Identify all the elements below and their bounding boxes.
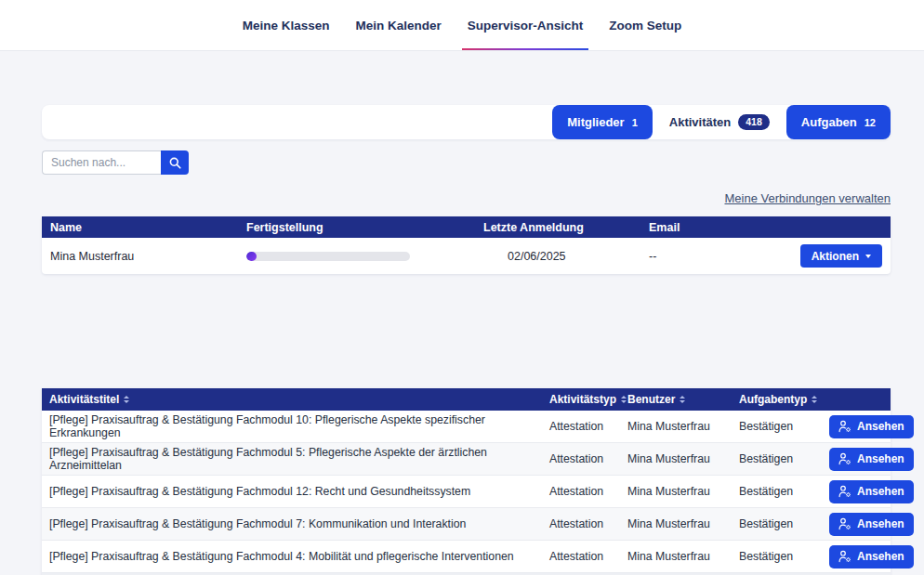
user-gear-icon: [838, 550, 851, 563]
members-table-header: Name Fertigstellung Letzte Anmeldung Ema…: [42, 216, 891, 238]
activity-row: [Pflege] Praxisauftrag & Bestätigung Fac…: [42, 476, 891, 508]
activities-table-body: [Pflege] Praxisauftrag & Bestätigung Fac…: [42, 411, 891, 573]
activity-user: Mina Musterfrau: [620, 550, 732, 563]
activity-user: Mina Musterfrau: [620, 485, 732, 498]
activities-header-typ[interactable]: Aktivitätstyp: [542, 393, 620, 406]
activities-table: Aktivitätstitel Aktivitätstyp Benutzer A…: [42, 388, 891, 575]
nav-item-meine-klassen[interactable]: Meine Klassen: [239, 0, 334, 50]
activity-type: Attestation: [542, 550, 620, 563]
ansehen-button-label: Ansehen: [857, 550, 904, 563]
ansehen-button[interactable]: Ansehen: [829, 415, 914, 438]
member-actions-button[interactable]: Aktionen: [800, 244, 882, 268]
top-header: Meine Klassen Mein Kalender Supervisor-A…: [0, 0, 924, 51]
activity-row: [Pflege] Praxisauftrag & Bestätigung Fac…: [42, 508, 891, 541]
tab-aufgaben-label: Aufgaben: [801, 115, 857, 129]
members-header-name: Name: [42, 221, 238, 234]
activity-task-type: Bestätigen: [732, 550, 822, 563]
activity-title: [Pflege] Praxisauftrag & Bestätigung Fac…: [42, 413, 542, 439]
sort-icon: [812, 396, 817, 403]
ansehen-button[interactable]: Ansehen: [829, 513, 914, 536]
activities-header-typ-label: Aktivitätstyp: [549, 393, 616, 406]
members-header-letzte-anmeldung: Letzte Anmeldung: [475, 221, 640, 234]
main-nav: Meine Klassen Mein Kalender Supervisor-A…: [239, 0, 686, 50]
member-last-login: 02/06/2025: [475, 250, 640, 263]
activity-task-type: Bestätigen: [732, 452, 822, 465]
ansehen-button-label: Ansehen: [857, 517, 904, 530]
members-table: Name Fertigstellung Letzte Anmeldung Ema…: [42, 216, 891, 274]
activity-row: [Pflege] Praxisauftrag & Bestätigung Fac…: [42, 541, 891, 573]
chevron-down-icon: [865, 255, 871, 258]
activity-title: [Pflege] Praxisauftrag & Bestätigung Fac…: [42, 485, 542, 498]
progress-bar: [246, 252, 410, 261]
search-button[interactable]: [161, 150, 189, 175]
member-email: --: [640, 250, 747, 263]
activity-task-type: Bestätigen: [732, 420, 822, 433]
user-gear-icon: [838, 452, 851, 465]
activities-table-header: Aktivitätstitel Aktivitätstyp Benutzer A…: [42, 388, 891, 411]
activity-type: Attestation: [542, 485, 620, 498]
ansehen-button-label: Ansehen: [857, 420, 904, 433]
activity-title: [Pflege] Praxisauftrag & Bestätigung Fac…: [42, 550, 542, 563]
nav-item-supervisor-ansicht[interactable]: Supervisor-Ansicht: [464, 0, 587, 50]
user-gear-icon: [838, 517, 851, 530]
activity-title: [Pflege] Praxisauftrag & Bestätigung Fac…: [42, 517, 542, 530]
progress-bar-fill: [246, 252, 257, 261]
activity-row: [Pflege] Praxisauftrag & Bestätigung Fac…: [42, 443, 891, 476]
ansehen-button-label: Ansehen: [857, 485, 904, 498]
activity-type: Attestation: [542, 517, 620, 530]
members-header-email: Email: [640, 221, 891, 234]
activity-user: Mina Musterfrau: [620, 517, 732, 530]
activities-header-aufgabentyp[interactable]: Aufgabentyp: [732, 393, 822, 406]
link-row: Meine Verbindungen verwalten: [42, 189, 891, 206]
search-icon: [169, 157, 181, 169]
member-progress-cell: [238, 252, 475, 261]
nav-item-mein-kalender[interactable]: Mein Kalender: [351, 0, 444, 50]
activities-header-benutzer-label: Benutzer: [627, 393, 675, 406]
ansehen-button[interactable]: Ansehen: [829, 448, 914, 471]
search-input[interactable]: [42, 150, 161, 175]
user-gear-icon: [838, 485, 851, 498]
ansehen-button[interactable]: Ansehen: [829, 545, 914, 568]
activity-user: Mina Musterfrau: [620, 420, 732, 433]
activity-title: [Pflege] Praxisauftrag & Bestätigung Fac…: [42, 446, 542, 472]
user-gear-icon: [838, 420, 851, 433]
activities-header-titel-label: Aktivitätstitel: [49, 393, 119, 406]
view-tabbar: Mitglieder 1 Aktivitäten 418 Aufgaben 12: [42, 105, 891, 139]
tab-mitglieder-label: Mitglieder: [567, 115, 624, 129]
tab-aktivitaeten-count-badge: 418: [738, 114, 770, 130]
activity-row: [Pflege] Praxisauftrag & Bestätigung Fac…: [42, 411, 891, 443]
tab-aufgaben[interactable]: Aufgaben 12: [786, 105, 891, 139]
nav-item-zoom-setup[interactable]: Zoom Setup: [605, 0, 685, 50]
activities-header-titel[interactable]: Aktivitätstitel: [42, 393, 542, 406]
tab-aktivitaeten[interactable]: Aktivitäten 418: [654, 105, 785, 139]
activity-type: Attestation: [542, 452, 620, 465]
members-table-row: Mina Musterfrau 02/06/2025 -- Aktionen: [42, 238, 891, 274]
actions-button-label: Aktionen: [812, 250, 859, 263]
search-bar: [42, 150, 891, 175]
tab-mitglieder-count: 1: [632, 117, 638, 128]
member-name: Mina Musterfrau: [42, 250, 238, 263]
activities-header-benutzer[interactable]: Benutzer: [620, 393, 732, 406]
activities-header-aufgabentyp-label: Aufgabentyp: [739, 393, 807, 406]
ansehen-button-label: Ansehen: [857, 452, 904, 465]
activity-type: Attestation: [542, 420, 620, 433]
manage-connections-link[interactable]: Meine Verbindungen verwalten: [724, 191, 891, 205]
tab-aktivitaeten-label: Aktivitäten: [669, 115, 731, 129]
page-content: Mitglieder 1 Aktivitäten 418 Aufgaben 12…: [0, 105, 924, 575]
ansehen-button[interactable]: Ansehen: [829, 480, 914, 503]
activity-task-type: Bestätigen: [732, 517, 822, 530]
tab-mitglieder[interactable]: Mitglieder 1: [552, 105, 653, 139]
sort-icon: [680, 396, 685, 403]
members-header-fertigstellung: Fertigstellung: [238, 221, 475, 234]
activity-task-type: Bestätigen: [732, 485, 822, 498]
activity-user: Mina Musterfrau: [620, 452, 732, 465]
sort-icon: [124, 396, 129, 403]
tab-aufgaben-count: 12: [865, 117, 876, 128]
